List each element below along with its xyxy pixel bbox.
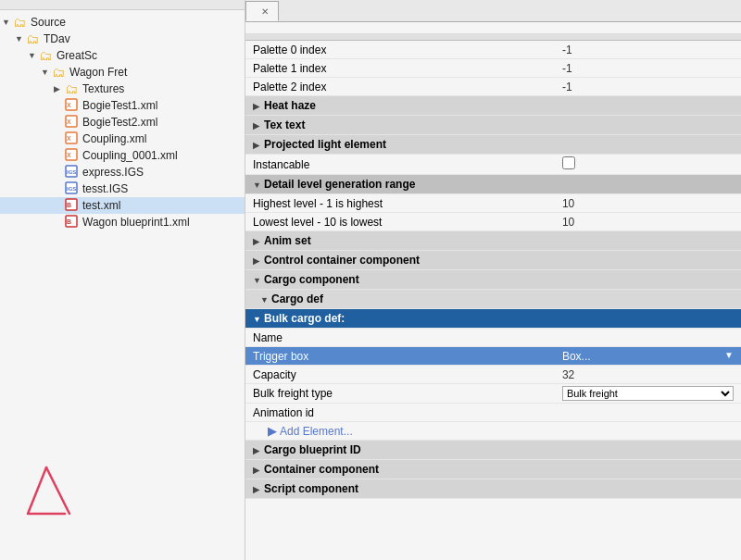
instancable-checkbox[interactable] — [562, 156, 575, 169]
tree-expand-arrow[interactable]: ▼ — [15, 34, 26, 44]
section-expand-arrow: ▼ — [253, 315, 264, 324]
add-element-row[interactable]: ▶Add Element... — [245, 422, 741, 441]
section-expand-arrow: ▶ — [253, 141, 264, 150]
section-expand-arrow: ▶ — [253, 466, 264, 475]
explorer-header — [0, 0, 245, 10]
svg-text:IGS: IGS — [67, 169, 76, 175]
tree-item-label: test.xml — [82, 199, 120, 212]
folder-open-icon: 🗂 — [39, 48, 54, 63]
section-row-detail-level[interactable]: ▼ Detail level generation range — [245, 175, 741, 194]
tree-item-label: Wagon blueprint1.xml — [82, 216, 190, 229]
prop-value: -1 — [555, 41, 741, 59]
section-row-top[interactable]: ▶ Script component — [245, 479, 741, 499]
tree-item-bogietest1[interactable]: XBogieTest1.xml — [0, 97, 245, 114]
section-label: Cargo blueprint ID — [264, 443, 361, 456]
test-xml-tab[interactable]: ✕ — [245, 1, 279, 21]
section-label: Control container component — [264, 254, 420, 267]
tree-item-source[interactable]: ▼🗂Source — [0, 14, 245, 31]
section-label: Script component — [264, 482, 358, 495]
svg-text:IGS: IGS — [67, 186, 76, 192]
file-tree: ▼🗂Source▼🗂TDav▼🗂GreatSc▼🗂Wagon Fret▶🗂Tex… — [0, 10, 245, 449]
prop-row-trigger-box[interactable]: Trigger boxBox...▼ — [245, 347, 741, 366]
prop-row: Lowest level - 10 is lowest10 — [245, 213, 741, 231]
tree-expand-arrow[interactable]: ▼ — [2, 18, 13, 27]
section-expand-arrow: ▶ — [253, 256, 264, 266]
tree-item-tdav[interactable]: ▼🗂TDav — [0, 31, 245, 47]
section-expand-arrow: ▶ — [253, 102, 264, 111]
add-element-icon: ▶ — [268, 425, 276, 438]
section-expand-arrow: ▼ — [260, 295, 271, 305]
tree-item-textures[interactable]: ▶🗂Textures — [0, 81, 245, 97]
section-row[interactable]: ▶ Anim set — [245, 231, 741, 251]
section-label: Tex text — [264, 118, 305, 131]
prop-row: Palette 1 index-1 — [245, 59, 741, 78]
section-row-top[interactable]: ▼ Cargo component — [245, 270, 741, 290]
add-element-label: Add Element... — [280, 425, 353, 438]
tree-item-greatsc[interactable]: ▼🗂GreatSc — [0, 47, 245, 64]
section-row-bulk-cargo[interactable]: ▼ Bulk cargo def: — [245, 309, 741, 329]
tree-item-tesstigs[interactable]: IGStesst.IGS — [0, 180, 245, 197]
prop-value — [555, 329, 741, 347]
prop-name: Instancable — [245, 155, 555, 175]
section-row-top[interactable]: ▶ Container component — [245, 460, 741, 479]
svg-text:X: X — [67, 135, 71, 142]
section-expand-arrow: ▶ — [253, 121, 264, 131]
tree-item-label: Coupling_0001.xml — [82, 149, 178, 162]
bulk-freight-type-dropdown[interactable]: Bulk freight — [562, 386, 734, 401]
section-label: Cargo def — [271, 292, 323, 305]
tree-item-testxml[interactable]: Btest.xml — [0, 197, 245, 214]
name-column-header — [245, 34, 555, 41]
section-row[interactable]: ▶ Heat haze — [245, 96, 741, 116]
xml-icon: X — [65, 98, 80, 113]
section-row-cargo-def[interactable]: ▼ Cargo def — [245, 290, 741, 309]
prop-row: Name — [245, 329, 741, 347]
prop-name: Capacity — [245, 366, 555, 384]
section-row[interactable]: ▶ Tex text — [245, 116, 741, 135]
prop-name: Name — [245, 329, 555, 347]
section-row[interactable]: ▶ Cargo blueprint ID — [245, 441, 741, 460]
prop-name: Palette 1 index — [245, 59, 555, 78]
section-label: Cargo component — [264, 273, 359, 286]
tree-item-coupling[interactable]: XCoupling.xml — [0, 131, 245, 147]
igs-icon: IGS — [65, 165, 80, 180]
xml-icon: X — [65, 115, 80, 130]
section-label: Detail level generation range — [264, 178, 415, 191]
tree-expand-arrow[interactable]: ▼ — [41, 68, 52, 77]
svg-text:B: B — [67, 218, 71, 225]
content-area: Palette 0 index-1Palette 1 index-1Palett… — [245, 22, 741, 560]
tree-item-coupling0001[interactable]: XCoupling_0001.xml — [0, 147, 245, 164]
folder-open-icon: 🗂 — [26, 31, 41, 46]
svg-text:X: X — [67, 118, 71, 125]
tree-expand-arrow[interactable]: ▶ — [54, 84, 65, 93]
folder-open-icon: 🗂 — [52, 65, 67, 80]
tab-bar: ✕ — [245, 0, 741, 22]
tree-item-label: TDav — [44, 32, 70, 45]
prop-name: Palette 2 index — [245, 78, 555, 96]
prop-value — [555, 155, 741, 175]
property-scroll-area[interactable]: Palette 0 index-1Palette 1 index-1Palett… — [245, 34, 741, 560]
tree-item-wagonfret[interactable]: ▼🗂Wagon Fret — [0, 64, 245, 81]
blueprint-icon: B — [65, 198, 80, 213]
handwritten-annotation — [0, 449, 245, 560]
tab-close-button[interactable]: ✕ — [261, 6, 269, 17]
prop-name: Animation id — [245, 404, 555, 422]
section-expand-arrow: ▼ — [253, 276, 264, 285]
section-row[interactable]: ▶ Projected light element — [245, 135, 741, 155]
prop-value: -1 — [555, 78, 741, 96]
prop-value: 10 — [555, 213, 741, 231]
igs-icon: IGS — [65, 181, 80, 196]
tree-item-bogietest2[interactable]: XBogieTest2.xml — [0, 114, 245, 131]
prop-name: Palette 0 index — [245, 41, 555, 59]
prop-value: -1 — [555, 59, 741, 78]
section-label: Container component — [264, 463, 379, 476]
tree-item-expressigs[interactable]: IGSexpress.IGS — [0, 164, 245, 180]
prop-name: Trigger box — [245, 347, 555, 366]
tree-item-wagonblueprint[interactable]: BWagon blueprint1.xml — [0, 214, 245, 230]
prop-row: Highest level - 1 is highest10 — [245, 194, 741, 213]
folder-icon: 🗂 — [65, 81, 80, 96]
section-label: Anim set — [264, 234, 311, 247]
section-expand-arrow: ▶ — [253, 237, 264, 246]
section-label: Projected light element — [264, 138, 386, 151]
tree-expand-arrow[interactable]: ▼ — [28, 51, 39, 60]
section-row-top[interactable]: ▶ Control container component — [245, 251, 741, 270]
